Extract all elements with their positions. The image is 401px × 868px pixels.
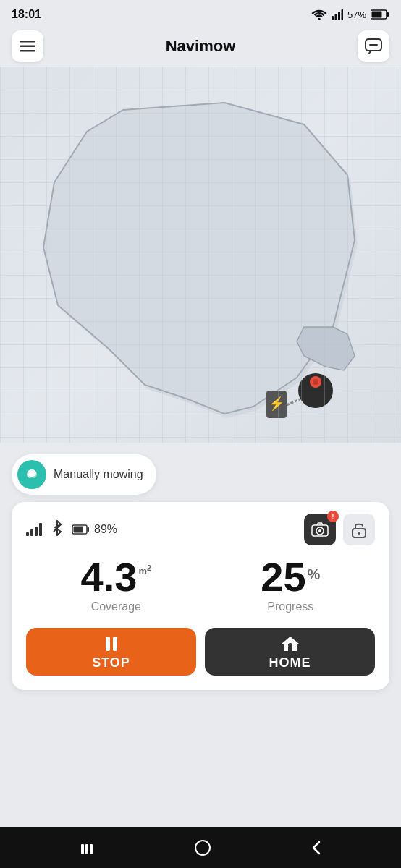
svg-point-17 <box>310 376 321 388</box>
page-title: Navimow <box>166 37 236 56</box>
svg-rect-30 <box>106 637 110 651</box>
coverage-number: 4.3 <box>81 557 138 597</box>
nav-forward-button[interactable] <box>311 839 322 856</box>
svg-rect-4 <box>341 9 343 20</box>
svg-text:⚡: ⚡ <box>269 396 285 412</box>
svg-rect-35 <box>90 844 93 854</box>
coverage-value-display: 4.3 m2 <box>81 557 151 597</box>
unlock-icon <box>351 521 367 538</box>
progress-unit: % <box>308 567 321 582</box>
logo-icon <box>22 465 41 484</box>
status-icons: 57% <box>311 9 389 20</box>
svg-point-36 <box>195 841 210 855</box>
svg-point-18 <box>313 379 318 385</box>
lawn-map: ⚡ <box>0 67 401 443</box>
progress-value-display: 25 % <box>261 557 320 597</box>
svg-marker-14 <box>43 103 355 414</box>
svg-marker-13 <box>46 107 358 418</box>
action-buttons: STOP HOME <box>26 628 375 676</box>
map-area: ⚡ <box>0 67 401 443</box>
info-card: 89% ! <box>12 502 389 690</box>
coverage-unit: m2 <box>138 564 151 576</box>
signal-icon <box>332 9 343 20</box>
signal-bars-icon <box>26 523 42 536</box>
svg-rect-3 <box>338 12 340 20</box>
svg-rect-33 <box>81 844 84 854</box>
wifi-icon <box>311 9 327 20</box>
info-top-row: 89% ! <box>26 514 375 545</box>
chat-icon <box>365 38 382 54</box>
status-time: 18:01 <box>12 8 41 21</box>
svg-point-0 <box>318 18 321 20</box>
signal-row: 89% <box>26 520 117 540</box>
svg-rect-2 <box>334 14 337 20</box>
progress-label: Progress <box>261 600 320 613</box>
home-button[interactable]: HOME <box>205 628 375 676</box>
nav-lines-icon <box>79 840 95 856</box>
battery-info: 89% <box>72 523 117 536</box>
svg-rect-6 <box>387 12 389 17</box>
battery-percentage: 89% <box>94 523 117 536</box>
lock-button[interactable] <box>343 514 375 545</box>
svg-point-27 <box>318 529 321 532</box>
pause-icon <box>101 634 122 654</box>
chat-button[interactable] <box>358 30 389 62</box>
svg-rect-9 <box>20 46 35 48</box>
charging-station-icon <box>266 391 287 418</box>
svg-line-19 <box>287 399 300 405</box>
svg-point-32 <box>288 643 292 647</box>
home-label: HOME <box>269 655 311 671</box>
battery-full-icon <box>72 524 90 535</box>
nav-home-button[interactable] <box>194 839 211 856</box>
svg-marker-15 <box>297 327 355 370</box>
progress-number: 25 <box>261 557 305 597</box>
svg-rect-7 <box>372 12 382 18</box>
nav-back-icon <box>311 839 322 856</box>
stop-button[interactable]: STOP <box>26 628 196 676</box>
camera-button[interactable]: ! <box>304 514 336 545</box>
header: Navimow <box>0 26 401 67</box>
svg-rect-10 <box>20 50 35 52</box>
battery-icon <box>371 9 389 20</box>
progress-stat: 25 % Progress <box>261 557 320 613</box>
menu-button[interactable] <box>12 30 43 62</box>
status-pill: Manually mowing <box>12 454 156 495</box>
svg-point-29 <box>358 532 360 535</box>
stop-label: STOP <box>92 655 130 671</box>
robot-icon <box>298 373 333 408</box>
stats-row: 4.3 m2 Coverage 25 % Progress <box>26 557 375 613</box>
status-section: Manually mowing <box>0 443 401 502</box>
status-bar: 18:01 57% <box>0 0 401 26</box>
camera-icon <box>311 522 329 537</box>
battery-percent: 57% <box>347 9 366 20</box>
camera-alert-badge: ! <box>327 511 339 522</box>
svg-rect-23 <box>88 527 90 532</box>
svg-rect-31 <box>113 637 117 651</box>
hamburger-icon <box>20 41 35 52</box>
bluetooth-icon <box>52 520 62 540</box>
status-label: Manually mowing <box>54 468 143 481</box>
svg-rect-24 <box>74 527 83 533</box>
coverage-label: Coverage <box>81 600 151 613</box>
nav-circle-icon <box>194 839 211 856</box>
navimow-logo <box>17 460 46 489</box>
svg-rect-34 <box>85 844 88 854</box>
home-icon <box>280 634 300 654</box>
nav-back-button[interactable] <box>79 840 95 856</box>
action-icons: ! <box>304 514 375 545</box>
nav-bar <box>0 827 401 868</box>
svg-rect-8 <box>20 41 35 43</box>
coverage-stat: 4.3 m2 Coverage <box>81 557 151 613</box>
svg-rect-1 <box>332 16 334 20</box>
